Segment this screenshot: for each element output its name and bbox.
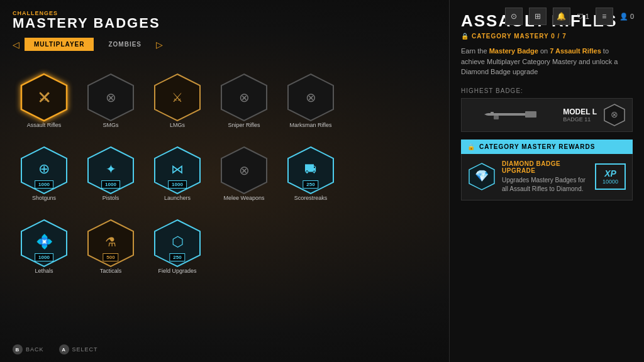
category-field-upgrades[interactable]: ⬡ 250 Field Upgrades <box>146 206 209 275</box>
svg-rect-29 <box>491 112 494 116</box>
category-assault-rifles-label: Assault Rifles <box>27 122 62 129</box>
rewards-lock-icon: 🔒 <box>467 143 475 150</box>
svg-text:⊗: ⊗ <box>306 90 316 104</box>
select-label: SELECT <box>72 346 98 353</box>
svg-text:⋈: ⋈ <box>171 162 184 176</box>
right-panel: ASSAULT RIFLES 🔒 CATEGORY MASTERY 0 / 7 … <box>449 0 644 362</box>
scorestreaks-badge-count: 250 <box>303 180 318 189</box>
category-pistols-label: Pistols <box>103 195 119 202</box>
reward-xp-amount: 10000 <box>602 178 618 185</box>
lethals-badge-count: 1000 <box>35 253 53 261</box>
svg-text:⛟: ⛟ <box>304 162 317 176</box>
reward-hex-icon: 💎 <box>468 163 496 190</box>
svg-marker-30 <box>484 113 487 116</box>
main-layout: CHALLENGES MASTERY BADGES ◁ MULTIPLAYER … <box>0 0 644 362</box>
svg-rect-28 <box>494 116 499 119</box>
left-panel: CHALLENGES MASTERY BADGES ◁ MULTIPLAYER … <box>0 0 449 362</box>
category-lmgs[interactable]: ⚔ LMGs <box>146 60 209 129</box>
launchers-badge-count: 1000 <box>168 180 187 189</box>
category-sniper-rifles[interactable]: ⊗ Sniper Rifles <box>213 60 275 129</box>
svg-text:⊕: ⊕ <box>38 161 50 177</box>
category-shotguns-label: Shotguns <box>32 195 56 202</box>
category-launchers[interactable]: ⋈ 1000 Launchers <box>146 133 209 202</box>
reward-title: DIAMOND BADGE UPGRADE <box>502 160 589 174</box>
top-right-icons: ⊙ ⊞ 🔔 🛡 1 ≡ 👤 0 <box>505 8 634 25</box>
menu-icon-btn[interactable]: ⊞ <box>529 8 547 25</box>
category-marksman-rifles-label: Marksman Rifles <box>289 122 331 129</box>
shotguns-badge-count: 1000 <box>35 180 53 189</box>
svg-text:✦: ✦ <box>106 162 116 176</box>
category-assault-rifles[interactable]: ✕ ⚔ Assault Rifles <box>13 60 75 129</box>
category-lethals[interactable]: 💠 1000 Lethals <box>13 206 75 275</box>
category-sniper-rifles-label: Sniper Rifles <box>228 122 260 129</box>
svg-text:💠: 💠 <box>36 233 53 250</box>
svg-text:⚗: ⚗ <box>105 235 116 249</box>
reward-desc: Upgrades Mastery Badges for all Assault … <box>502 176 589 194</box>
category-pistols[interactable]: ✦ 1000 Pistols <box>79 133 142 202</box>
category-tacticals[interactable]: ⚗ 500 Tacticals <box>79 206 142 275</box>
select-control: A SELECT <box>59 344 98 354</box>
rewards-label: CATEGORY MASTERY REWARDS <box>479 143 595 150</box>
category-smgs-label: SMGs <box>103 122 118 129</box>
tab-multiplayer[interactable]: MULTIPLAYER <box>25 38 94 51</box>
category-lethals-label: Lethals <box>35 268 53 275</box>
category-melee-weapons[interactable]: ⊗ Melee Weapons <box>213 133 275 202</box>
bell-icon-btn[interactable]: 🔔 <box>553 8 570 25</box>
category-field-upgrades-label: Field Upgrades <box>158 268 196 275</box>
category-desc-highlight: Mastery Badge <box>489 47 538 55</box>
player-icon: 👤 <box>619 13 628 21</box>
shield-count: 1 <box>586 13 589 20</box>
player-count: 0 <box>630 13 634 20</box>
svg-text:💎: 💎 <box>475 169 489 183</box>
svg-text:⊗: ⊗ <box>106 90 116 104</box>
reward-xp-label: XP <box>604 168 616 178</box>
tab-zombies[interactable]: ZOMBIES <box>99 38 151 51</box>
player-with-count: 👤 0 <box>619 13 634 21</box>
page-title: MASTERY BADGES <box>13 16 436 30</box>
category-smgs[interactable]: ⊗ SMGs <box>79 60 142 129</box>
category-melee-weapons-label: Melee Weapons <box>224 195 265 202</box>
category-tacticals-label: Tacticals <box>100 268 122 275</box>
tab-right-arrow[interactable]: ▷ <box>156 40 163 50</box>
select-button[interactable]: A <box>59 344 69 354</box>
category-lmgs-label: LMGs <box>170 122 185 129</box>
svg-text:⊗: ⊗ <box>239 163 250 177</box>
svg-text:⬡: ⬡ <box>172 234 184 250</box>
profile-icon-btn[interactable]: ⊙ <box>505 8 523 25</box>
shield-with-count: 🛡 1 <box>577 13 589 20</box>
category-mastery-row: 🔒 CATEGORY MASTERY 0 / 7 <box>461 33 633 40</box>
highest-badge-card: MODEL L BADGE 11 ⊗ <box>461 98 633 132</box>
category-marksman-rifles[interactable]: ⊗ Marksman Rifles <box>279 60 342 129</box>
category-desc-count: 7 Assault Rifles <box>550 47 601 55</box>
category-mastery-label: CATEGORY MASTERY 0 / 7 <box>472 33 567 40</box>
category-scorestreaks-label: Scorestreaks <box>294 195 328 202</box>
pistols-badge-count: 1000 <box>101 180 120 189</box>
badge-info: MODEL L BADGE 11 <box>563 107 597 123</box>
tabs-row: ◁ MULTIPLAYER ZOMBIES ▷ <box>13 38 436 51</box>
field-upgrades-badge-count: 250 <box>169 253 185 261</box>
rewards-section-header: 🔒 CATEGORY MASTERY REWARDS <box>461 140 633 154</box>
player-icon-btn[interactable]: ≡ <box>596 8 613 25</box>
svg-text:⊗: ⊗ <box>239 90 250 104</box>
reward-text: DIAMOND BADGE UPGRADE Upgrades Mastery B… <box>502 160 589 194</box>
svg-rect-27 <box>525 111 536 118</box>
svg-rect-26 <box>487 113 531 116</box>
bottom-controls: B BACK A SELECT <box>13 344 98 354</box>
tacticals-badge-count: 500 <box>103 253 118 261</box>
svg-text:⚔: ⚔ <box>172 90 183 104</box>
category-shotguns[interactable]: ⊕ 1000 Shotguns <box>13 133 75 202</box>
rewards-card: 💎 DIAMOND BADGE UPGRADE Upgrades Mastery… <box>461 154 633 200</box>
back-label: BACK <box>26 346 44 353</box>
tab-left-arrow[interactable]: ◁ <box>13 40 19 50</box>
weapon-grid: ✕ ⚔ Assault Rifles ⊗ SMGs <box>13 60 436 275</box>
svg-text:⊗: ⊗ <box>611 109 618 119</box>
category-launchers-label: Launchers <box>164 195 191 202</box>
category-scorestreaks[interactable]: ⛟ 250 Scorestreaks <box>279 133 342 202</box>
header-section: CHALLENGES MASTERY BADGES <box>13 10 436 30</box>
category-description: Earn the Mastery Badge on 7 Assault Rifl… <box>461 46 633 77</box>
shield-icon: 🛡 <box>577 13 584 20</box>
lock-icon: 🔒 <box>461 33 469 40</box>
back-button[interactable]: B <box>13 344 23 354</box>
badge-gun-name: MODEL L <box>563 107 597 116</box>
badge-level-text: BADGE 11 <box>563 116 597 123</box>
